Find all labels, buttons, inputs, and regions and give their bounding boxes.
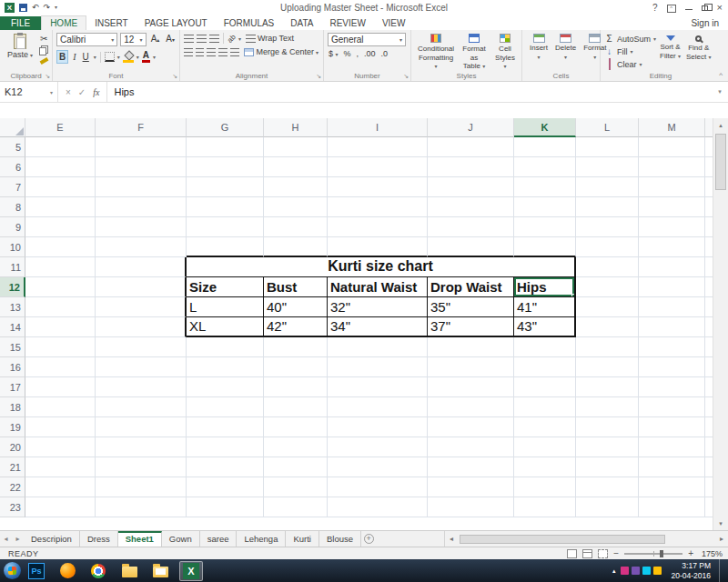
sheet-tab-descripion[interactable]: Descripion	[24, 531, 80, 547]
row-header-22[interactable]: 22	[0, 477, 25, 497]
cell-E9[interactable]	[25, 217, 96, 237]
format-painter-button[interactable]	[40, 57, 49, 65]
cell-L5[interactable]	[576, 137, 639, 157]
cell-G20[interactable]	[187, 437, 264, 457]
cell-M12[interactable]	[639, 277, 705, 297]
cell-I14[interactable]: 34"	[328, 317, 428, 337]
zoom-in-button[interactable]: +	[688, 548, 693, 558]
cell-overflow-16[interactable]	[705, 357, 713, 377]
cell-H13[interactable]: 40"	[264, 297, 328, 317]
row-header-15[interactable]: 15	[0, 337, 25, 357]
fill-handle[interactable]	[571, 294, 576, 297]
cell-L18[interactable]	[576, 397, 639, 417]
column-header-I[interactable]: I	[328, 118, 428, 137]
column-header-G[interactable]: G	[187, 118, 264, 137]
cell-F16[interactable]	[96, 357, 187, 377]
cell-J5[interactable]	[428, 137, 514, 157]
cell-G21[interactable]	[187, 457, 264, 477]
cell-L16[interactable]	[576, 357, 639, 377]
cell-overflow-21[interactable]	[705, 457, 713, 477]
cell-G16[interactable]	[187, 357, 264, 377]
cell-L22[interactable]	[576, 477, 639, 497]
cell-K9[interactable]	[514, 217, 576, 237]
insert-function-button[interactable]: fx	[93, 87, 99, 97]
formula-input[interactable]: Hips	[107, 82, 712, 102]
cell-H12[interactable]: Bust	[264, 277, 328, 297]
cell-F10[interactable]	[96, 237, 187, 257]
cell-F23[interactable]	[96, 497, 187, 517]
taskbar-photoshop-button[interactable]: Ps	[25, 561, 48, 581]
cell-M18[interactable]	[639, 397, 705, 417]
tray-icon-4[interactable]	[653, 567, 662, 575]
cell-E12[interactable]	[25, 277, 96, 297]
cell-K6[interactable]	[514, 157, 576, 177]
cell-H8[interactable]	[264, 197, 328, 217]
ribbon-tab-home[interactable]: HOME	[41, 15, 86, 30]
conditional-formatting-button[interactable]: ConditionalFormatting ▾	[415, 33, 457, 72]
cell-H14[interactable]: 42"	[264, 317, 328, 337]
cell-I8[interactable]	[328, 197, 428, 217]
cell-J6[interactable]	[428, 157, 514, 177]
cell-M13[interactable]	[639, 297, 705, 317]
merge-center-button[interactable]: Merge & Center ▾	[242, 47, 320, 56]
cell-H18[interactable]	[264, 397, 328, 417]
percent-format-button[interactable]: %	[343, 49, 352, 58]
font-color-button[interactable]: A	[142, 51, 150, 63]
cell-G14[interactable]: XL	[187, 317, 264, 337]
cell-overflow-19[interactable]	[705, 417, 713, 437]
cell-E20[interactable]	[25, 437, 96, 457]
cell-E7[interactable]	[25, 177, 96, 197]
cell-K12[interactable]: Hips	[514, 277, 576, 297]
ribbon-tab-file[interactable]: FILE	[0, 16, 41, 30]
row-header-21[interactable]: 21	[0, 457, 25, 477]
cell-G18[interactable]	[187, 397, 264, 417]
cell-J10[interactable]	[428, 237, 514, 257]
align-bottom-button[interactable]	[209, 35, 219, 43]
cell-L19[interactable]	[576, 417, 639, 437]
ribbon-display-options-button[interactable]: ^	[667, 2, 676, 13]
cell-J23[interactable]	[428, 497, 514, 517]
row-header-14[interactable]: 14	[0, 317, 25, 337]
cell-F14[interactable]	[96, 317, 187, 337]
cell-H23[interactable]	[264, 497, 328, 517]
cell-J19[interactable]	[428, 417, 514, 437]
cell-L6[interactable]	[576, 157, 639, 177]
tray-icon-1[interactable]	[621, 567, 629, 575]
font-size-select[interactable]: 12▾	[120, 33, 146, 46]
cell-E5[interactable]	[25, 137, 96, 157]
cell-L12[interactable]	[576, 277, 639, 297]
cut-button[interactable]: ✂	[38, 33, 49, 45]
cell-H21[interactable]	[264, 457, 328, 477]
fill-color-dropdown-arrow[interactable]: ▾	[136, 54, 139, 60]
copy-button[interactable]	[39, 47, 46, 55]
cell-G23[interactable]	[187, 497, 264, 517]
cell-M7[interactable]	[639, 177, 705, 197]
ribbon-tab-review[interactable]: REVIEW	[321, 16, 373, 30]
delete-cells-button[interactable]: Delete▾	[551, 33, 580, 62]
cell-H7[interactable]	[264, 177, 328, 197]
sheet-nav-right-button[interactable]: ▸	[12, 531, 24, 547]
enter-button[interactable]: ✓	[78, 87, 86, 97]
cell-K7[interactable]	[514, 177, 576, 197]
cell-E13[interactable]	[25, 297, 96, 317]
cell-K20[interactable]	[514, 437, 576, 457]
cell-F6[interactable]	[96, 157, 187, 177]
cell-G6[interactable]	[187, 157, 264, 177]
increase-decimal-button[interactable]: .00	[363, 49, 377, 58]
redo-button[interactable]: ↷	[44, 3, 51, 12]
cancel-button[interactable]: ×	[66, 87, 71, 97]
cell-K22[interactable]	[514, 477, 576, 497]
vertical-scrollbar[interactable]: ▴ ▾	[713, 118, 728, 530]
fill-button[interactable]: ↓Fill▾	[604, 45, 657, 57]
cell-M6[interactable]	[639, 157, 705, 177]
cell-K8[interactable]	[514, 197, 576, 217]
cell-M16[interactable]	[639, 357, 705, 377]
vertical-scroll-thumb[interactable]	[715, 134, 726, 190]
cell-L14[interactable]	[576, 317, 639, 337]
taskbar-excel-button[interactable]: X	[179, 561, 203, 581]
cell-F18[interactable]	[96, 397, 187, 417]
cell-J15[interactable]	[428, 337, 514, 357]
cell-overflow-18[interactable]	[705, 397, 713, 417]
page-break-view-button[interactable]	[598, 549, 608, 558]
cell-L10[interactable]	[576, 237, 639, 257]
